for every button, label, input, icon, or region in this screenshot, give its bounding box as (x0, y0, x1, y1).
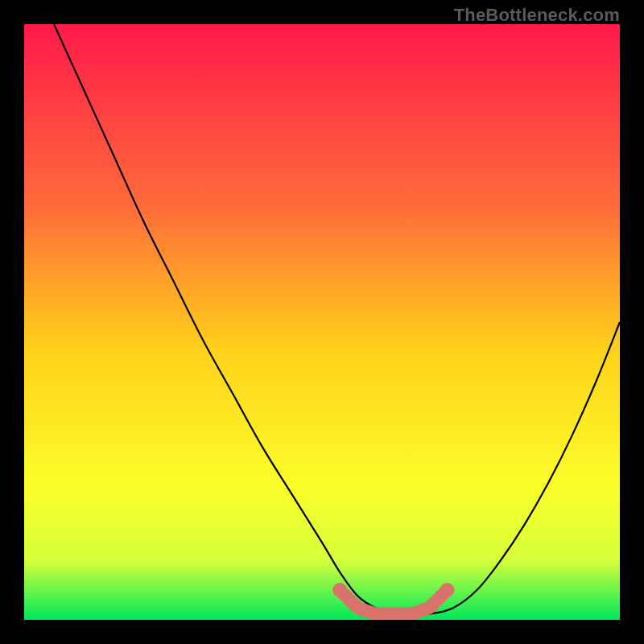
gradient-background (24, 24, 620, 620)
optimal-range-end-dot (440, 583, 454, 597)
optimal-range-start-dot (332, 583, 347, 597)
watermark-text: TheBottleneck.com (454, 5, 620, 26)
chart-frame (24, 24, 620, 620)
chart-svg (24, 24, 620, 620)
